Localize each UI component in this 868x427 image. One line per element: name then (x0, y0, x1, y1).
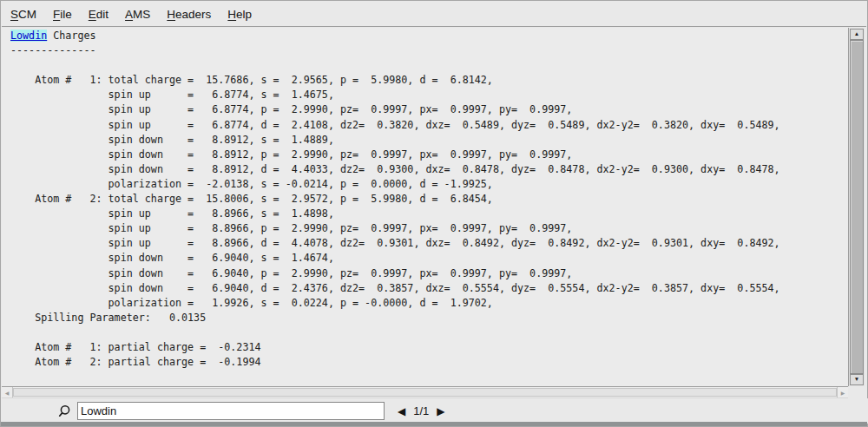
scroll-down-button[interactable]: ▼ (850, 374, 864, 385)
right-arrow-icon: ▶ (841, 390, 845, 396)
search-icon (57, 404, 71, 418)
menu-help[interactable]: Help (225, 7, 254, 22)
menu-ams[interactable]: AMS (122, 7, 153, 22)
scroll-right-button[interactable]: ▶ (837, 387, 848, 397)
horizontal-scrollbar-thumb[interactable] (13, 388, 837, 397)
menu-file[interactable]: File (50, 7, 75, 22)
search-input[interactable] (77, 402, 385, 420)
output-first-line: Lowdin Charges (2, 28, 849, 43)
next-match-button[interactable]: ▶ (437, 406, 444, 417)
menu-headers[interactable]: Headers (164, 7, 214, 22)
output-view[interactable]: Lowdin Charges -------------- Atom # 1: … (2, 28, 849, 386)
window-bottom-frame (1, 422, 867, 426)
up-arrow-icon: ▲ (854, 31, 859, 37)
scroll-left-button[interactable]: ◀ (2, 387, 13, 397)
output-first-line-rest: Charges (47, 30, 95, 42)
previous-match-button[interactable]: ◀ (398, 406, 405, 417)
output-window: SCMFileEditAMSHeadersHelp Lowdin Charges… (0, 0, 868, 427)
menubar: SCMFileEditAMSHeadersHelp (2, 2, 866, 27)
menu-edit[interactable]: Edit (86, 7, 111, 22)
output-text: -------------- Atom # 1: total charge = … (2, 43, 849, 370)
scroll-up-button[interactable]: ▲ (850, 29, 864, 40)
match-counter: 1/1 (413, 404, 429, 417)
search-match-highlight: Lowdin (10, 30, 47, 42)
horizontal-scrollbar[interactable]: ◀ ▶ (2, 386, 848, 398)
menu-scm[interactable]: SCM (8, 7, 39, 22)
vertical-scrollbar[interactable]: ▲ ▼ (848, 28, 865, 386)
search-bar: ◀ 1/1 ▶ (2, 398, 868, 424)
vertical-scrollbar-thumb[interactable] (850, 40, 864, 374)
down-arrow-icon: ▼ (854, 377, 859, 383)
left-arrow-icon: ◀ (5, 390, 10, 396)
